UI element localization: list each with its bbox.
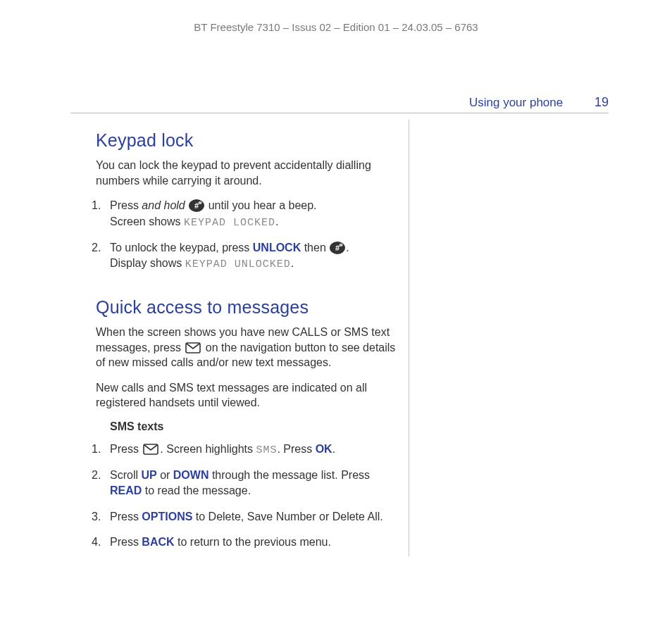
softkey-label: DOWN bbox=[173, 469, 209, 481]
hash-key-icon bbox=[189, 199, 204, 212]
keypad-lock-steps: Press and hold until you hear a beep. Sc… bbox=[82, 198, 399, 272]
column-divider bbox=[409, 120, 409, 556]
running-head: Using your phone 19 bbox=[469, 95, 609, 110]
softkey-label: BACK bbox=[142, 536, 174, 548]
document-meta-line: BT Freestyle 7310 – Issus 02 – Edition 0… bbox=[0, 21, 672, 33]
quick-access-intro: When the screen shows you have new CALLS… bbox=[96, 325, 399, 370]
text: Press bbox=[110, 536, 142, 548]
text: Screen shows bbox=[110, 215, 184, 227]
envelope-icon bbox=[143, 444, 158, 455]
text: Press bbox=[110, 511, 142, 523]
text: to read the message. bbox=[142, 484, 251, 496]
softkey-label: UNLOCK bbox=[253, 242, 301, 254]
softkey-label: OK bbox=[316, 443, 332, 455]
heading-quick-access: Quick access to messages bbox=[96, 297, 399, 318]
text: To unlock the keypad, press bbox=[110, 242, 253, 254]
main-column: Keypad lock You can lock the keypad to p… bbox=[82, 130, 399, 570]
step-item: Scroll UP or DOWN through the message li… bbox=[96, 468, 399, 499]
text: then bbox=[301, 242, 329, 254]
step-item: Press and hold until you hear a beep. Sc… bbox=[96, 198, 399, 230]
text: Press bbox=[110, 443, 142, 455]
text: or bbox=[157, 469, 173, 481]
hash-key-icon bbox=[330, 242, 345, 254]
page-number: 19 bbox=[595, 95, 609, 109]
text: . Press bbox=[277, 443, 315, 455]
subheading-sms-texts: SMS texts bbox=[96, 420, 399, 433]
text: to Delete, Save Number or Delete All. bbox=[192, 511, 382, 523]
text bbox=[185, 199, 188, 211]
text: . Screen highlights bbox=[160, 443, 256, 455]
screen-text: KEYPAD UNLOCKED bbox=[185, 258, 291, 270]
sms-texts-steps: Press . Screen highlights SMS. Press OK.… bbox=[82, 442, 399, 551]
text: Display shows bbox=[110, 257, 185, 269]
section-name: Using your phone bbox=[469, 96, 563, 109]
step-item: Press . Screen highlights SMS. Press OK. bbox=[96, 442, 399, 458]
text-italic: and hold bbox=[142, 199, 185, 211]
step-item: To unlock the keypad, press UNLOCK then … bbox=[96, 240, 399, 272]
screen-text: SMS bbox=[256, 444, 277, 456]
screen-text: KEYPAD LOCKED bbox=[184, 217, 275, 229]
heading-keypad-lock: Keypad lock bbox=[96, 130, 399, 151]
softkey-label: OPTIONS bbox=[142, 511, 192, 523]
softkey-label: UP bbox=[141, 469, 156, 481]
text: . bbox=[332, 443, 335, 455]
text: until you hear a beep. bbox=[205, 199, 316, 211]
text: Press bbox=[110, 199, 142, 211]
softkey-label: READ bbox=[110, 484, 142, 496]
text: through the message list. Press bbox=[209, 469, 370, 481]
quick-access-note: New calls and SMS text messages are indi… bbox=[96, 380, 399, 411]
text: to return to the previous menu. bbox=[175, 536, 331, 548]
step-item: Press OPTIONS to Delete, Save Number or … bbox=[96, 509, 399, 525]
keypad-lock-intro: You can lock the keypad to prevent accid… bbox=[96, 158, 399, 188]
text: . bbox=[275, 215, 278, 227]
text: Scroll bbox=[110, 469, 141, 481]
envelope-icon bbox=[185, 342, 201, 354]
step-item: Press BACK to return to the previous men… bbox=[96, 534, 399, 550]
text: . bbox=[291, 257, 294, 269]
header-rule bbox=[70, 113, 609, 113]
text: . bbox=[346, 242, 349, 254]
